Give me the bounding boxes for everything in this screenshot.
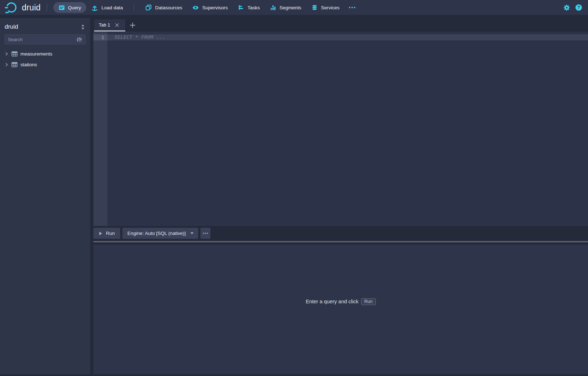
druid-logo-text: druid bbox=[22, 3, 41, 13]
navbar-left: druid Query Load data bbox=[4, 1, 563, 14]
more-dots-icon bbox=[203, 232, 208, 234]
database-icon bbox=[311, 4, 318, 11]
schema-name: druid bbox=[5, 23, 18, 30]
gear-icon bbox=[563, 4, 570, 11]
nav-item-datasources[interactable]: Datasources bbox=[140, 2, 187, 13]
table-icon bbox=[11, 51, 18, 57]
nav-item-query[interactable]: Query bbox=[53, 2, 87, 13]
upload-icon bbox=[91, 4, 98, 11]
tab-strip: Tab 1 bbox=[93, 18, 588, 32]
query-pane: Tab 1 1 SELECT * FROM ... bbox=[93, 18, 588, 374]
help-icon: ? bbox=[575, 4, 582, 11]
chevron-right-icon bbox=[5, 63, 9, 67]
plus-icon bbox=[130, 22, 136, 28]
line-number: 1 bbox=[93, 34, 107, 40]
run-more-button[interactable] bbox=[200, 228, 210, 239]
svg-text:?: ? bbox=[577, 5, 580, 10]
add-tab-button[interactable] bbox=[130, 22, 136, 28]
tab-label: Tab 1 bbox=[99, 22, 110, 28]
chevron-right-icon bbox=[5, 52, 9, 56]
nav-item-label: Supervisors bbox=[202, 5, 228, 10]
engine-select-button[interactable]: Engine: Auto [SQL (native)] bbox=[122, 228, 198, 239]
navbar-right: ? bbox=[563, 4, 582, 11]
empty-results-message: Enter a query and click Run bbox=[306, 298, 375, 305]
nav-item-segments[interactable]: Segments bbox=[265, 2, 306, 13]
nav-item-label: Tasks bbox=[248, 5, 260, 10]
tab-close-button[interactable] bbox=[115, 23, 119, 27]
editor-gutter: 1 bbox=[93, 32, 107, 226]
tree-item-label: stations bbox=[20, 62, 37, 67]
run-kbd-badge: Run bbox=[361, 298, 376, 305]
tree-item-stations[interactable]: stations bbox=[0, 59, 90, 70]
top-navbar: druid Query Load data bbox=[0, 0, 588, 15]
druid-logo[interactable]: druid bbox=[4, 1, 41, 14]
active-line-highlight bbox=[107, 34, 588, 40]
search-input[interactable] bbox=[8, 37, 76, 42]
tree-item-label: measurements bbox=[20, 51, 52, 57]
druid-logo-icon bbox=[4, 1, 19, 14]
search-box bbox=[5, 34, 86, 44]
schema-tree: measurements stations bbox=[0, 48, 90, 70]
engine-label: Engine: Auto [SQL (native)] bbox=[127, 231, 186, 236]
run-bar: Run Engine: Auto [SQL (native)] bbox=[93, 228, 210, 239]
table-icon bbox=[11, 62, 18, 67]
query-icon bbox=[59, 5, 65, 11]
bar-chart-icon bbox=[270, 4, 276, 11]
double-caret-vertical-icon bbox=[81, 24, 85, 30]
navbar-divider bbox=[47, 4, 47, 11]
tree-item-measurements[interactable]: measurements bbox=[0, 48, 90, 59]
caret-down-icon bbox=[190, 232, 194, 235]
tab-query-1[interactable]: Tab 1 bbox=[94, 19, 125, 32]
navbar-divider bbox=[134, 4, 134, 11]
run-button[interactable]: Run bbox=[93, 228, 120, 239]
eye-icon bbox=[192, 4, 199, 11]
play-icon bbox=[99, 231, 102, 236]
nav-item-label: Segments bbox=[280, 5, 301, 10]
navbar-more-button[interactable] bbox=[345, 6, 360, 9]
sql-editor: 1 SELECT * FROM ... bbox=[93, 32, 588, 226]
nav-item-tasks[interactable]: Tasks bbox=[233, 2, 265, 13]
settings-button[interactable] bbox=[563, 4, 570, 11]
help-button[interactable]: ? bbox=[575, 4, 582, 11]
filter-sliders-icon[interactable] bbox=[76, 37, 82, 43]
run-button-label: Run bbox=[106, 231, 115, 236]
nav-item-supervisors[interactable]: Supervisors bbox=[187, 2, 233, 13]
results-panel: Enter a query and click Run bbox=[93, 245, 588, 374]
empty-message-text: Enter a query and click bbox=[306, 299, 359, 304]
editor-input-area[interactable]: SELECT * FROM ... bbox=[107, 32, 588, 226]
datasources-icon bbox=[145, 4, 152, 11]
schema-sidebar: druid bbox=[0, 18, 90, 374]
nav-item-services[interactable]: Services bbox=[306, 2, 345, 13]
editor-placeholder: SELECT * FROM ... bbox=[115, 34, 165, 40]
gantt-icon bbox=[238, 4, 244, 11]
nav-item-label: Query bbox=[68, 5, 81, 10]
nav-item-label: Services bbox=[321, 5, 340, 10]
nav-item-load-data[interactable]: Load data bbox=[86, 2, 128, 13]
pane-resizer[interactable] bbox=[93, 241, 588, 242]
nav-item-label: Load data bbox=[101, 5, 123, 10]
schema-selector[interactable]: druid bbox=[0, 18, 90, 34]
more-dots-icon bbox=[348, 6, 356, 9]
nav-item-label: Datasources bbox=[155, 5, 182, 10]
